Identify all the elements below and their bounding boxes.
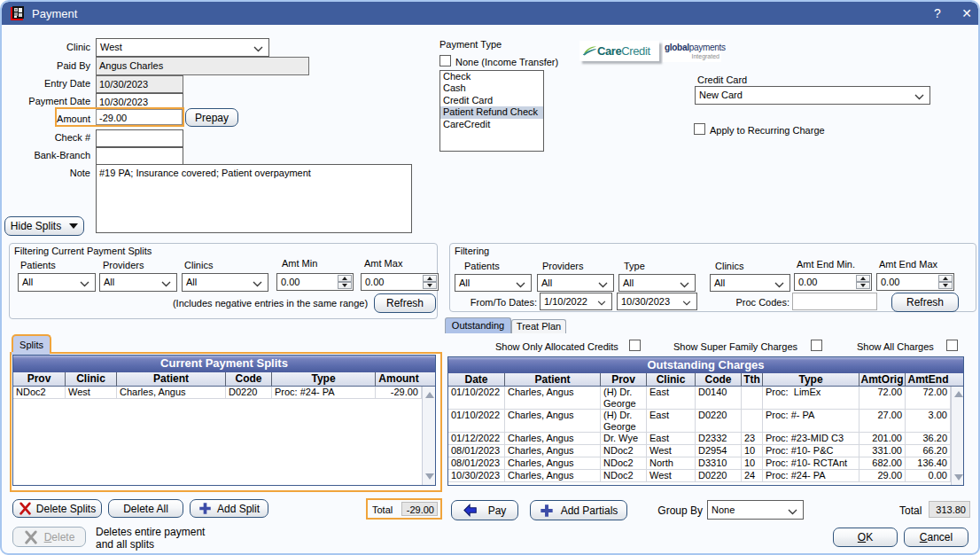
spinner-buttons[interactable] — [938, 275, 953, 289]
ok-button[interactable]: OK — [833, 528, 898, 547]
credit-card-select[interactable]: New Card — [695, 86, 930, 105]
fo-providers-select[interactable]: All — [537, 274, 614, 292]
payment-type-option-selected[interactable]: Patient Refund Check — [440, 106, 543, 118]
outstanding-grid-row[interactable]: 01/12/2022Charles, AngusDr. WyeEastD2332… — [448, 433, 951, 445]
check-num-field[interactable] — [96, 129, 183, 147]
tab-outstanding[interactable]: Outstanding — [445, 317, 511, 333]
fs-clinics-select[interactable]: All — [182, 273, 268, 292]
outstanding-grid-row[interactable]: 10/30/2023Charles, AngusNDoc2WestD022024… — [448, 470, 951, 482]
spin-up-icon[interactable] — [423, 275, 437, 282]
title-bar: Payment ? ✕ — [2, 2, 978, 25]
show-allocated-checkbox[interactable] — [629, 340, 641, 351]
tab-treat-plan[interactable]: Treat Plan — [511, 319, 566, 333]
spinner-buttons[interactable] — [856, 275, 870, 289]
add-split-button[interactable]: Add Split — [190, 499, 268, 518]
cell-prov: (H) Dr. George — [601, 387, 647, 409]
credit-card-value: New Card — [699, 90, 743, 100]
tab-splits[interactable]: Splits — [12, 334, 51, 354]
delete-payment-button[interactable]: Delete — [12, 527, 86, 547]
scroll-up-icon[interactable] — [425, 392, 434, 398]
cell-date: 08/01/2023 — [448, 457, 505, 469]
none-income-transfer-checkbox[interactable] — [439, 55, 451, 66]
cancel-button[interactable]: Cancel — [904, 528, 968, 547]
spin-up-icon[interactable] — [856, 275, 870, 282]
bank-branch-field[interactable] — [96, 147, 183, 165]
cell-clinic: West — [647, 445, 696, 457]
spin-down-icon[interactable] — [938, 282, 953, 289]
payment-type-listbox[interactable]: Check Cash Credit Card Patient Refund Ch… — [439, 70, 544, 152]
fo-type-select[interactable]: All — [618, 274, 696, 292]
outstanding-grid-row[interactable]: 01/10/2022Charles, Angus(H) Dr. GeorgeEa… — [448, 410, 951, 433]
fs-amt-max-spinner[interactable]: 0.00 — [361, 273, 439, 291]
splits-grid-scrollbar[interactable] — [422, 387, 436, 485]
prepay-button[interactable]: Prepay — [185, 108, 238, 127]
fo-proc-codes-field[interactable] — [792, 293, 877, 310]
payment-type-option[interactable]: CareCredit — [440, 119, 543, 130]
fo-amt-end-min-spinner[interactable]: 0.00 — [794, 273, 872, 291]
fo-patients-select[interactable]: All — [455, 274, 532, 292]
amount-field[interactable]: -29.00 — [96, 109, 183, 125]
scroll-down-icon[interactable] — [425, 473, 434, 480]
fo-amt-end-max-spinner[interactable]: 0.00 — [876, 273, 954, 291]
bank-branch-label: Bank-Branch — [7, 150, 90, 160]
spin-down-icon[interactable] — [423, 282, 437, 289]
cell-date: 01/10/2022 — [448, 387, 505, 409]
show-all-charges-checkbox[interactable] — [946, 340, 958, 351]
splits-grid-row[interactable]: NDoc2 West Charles, Angus D0220 Proc: #2… — [13, 387, 422, 399]
scroll-down-icon[interactable] — [954, 474, 963, 481]
fs-refresh-button[interactable]: Refresh — [374, 293, 436, 313]
spinner-buttons[interactable] — [338, 275, 352, 289]
add-partials-button[interactable]: Add Partials — [530, 500, 627, 520]
payment-type-option[interactable]: Check — [440, 71, 543, 82]
delete-all-button[interactable]: Delete All — [108, 499, 183, 518]
chevron-down-icon — [788, 509, 797, 515]
fs-amt-min-spinner[interactable]: 0.00 — [276, 273, 354, 291]
show-super-family-checkbox[interactable] — [811, 340, 822, 351]
pay-button[interactable]: Pay — [451, 500, 518, 520]
col-header: AmtEnd — [906, 373, 951, 386]
delete-splits-button[interactable]: Delete Splits — [12, 499, 102, 518]
chevron-down-icon — [914, 94, 924, 100]
fs-providers-select[interactable]: All — [99, 273, 177, 292]
note-label: Note — [7, 168, 90, 178]
splits-grid: Current Payment Splits Prov Clinic Patie… — [12, 355, 436, 486]
col-header: Prov — [13, 372, 66, 386]
outstanding-grid-row[interactable]: 08/01/2023Charles, AngusNDoc2WestD295410… — [448, 445, 951, 457]
fo-date-to-select[interactable]: 10/30/2023 — [617, 293, 697, 310]
spinner-buttons[interactable] — [423, 275, 437, 289]
group-by-select[interactable]: None — [707, 500, 804, 520]
outstanding-total-value: 313.80 — [929, 501, 970, 518]
outstanding-grid-row[interactable]: 01/10/2022Charles, Angus(H) Dr. GeorgeEa… — [448, 387, 951, 410]
cell-amtorig: 201.00 — [859, 433, 906, 444]
close-button[interactable]: ✕ — [956, 4, 977, 22]
cell-amtend: 3.00 — [906, 410, 951, 432]
splits-grid-header: Prov Clinic Patient Code Type Amount — [13, 372, 435, 387]
spin-down-icon[interactable] — [338, 282, 352, 289]
cell-prov: NDoc2 — [601, 445, 647, 457]
cell-amount: -29.00 — [376, 387, 422, 398]
payment-type-option[interactable]: Credit Card — [440, 95, 543, 106]
apply-recurring-checkbox[interactable] — [694, 123, 705, 135]
fo-clinics-select[interactable]: All — [710, 274, 790, 292]
fo-refresh-button[interactable]: Refresh — [891, 293, 959, 312]
payment-type-option[interactable]: Cash — [440, 82, 543, 94]
outstanding-grid-scrollbar[interactable] — [951, 387, 964, 485]
hide-splits-button[interactable]: Hide Splits — [4, 216, 84, 236]
cell-amtend: 66.20 — [906, 445, 951, 457]
cell-tth: 10 — [742, 445, 763, 457]
spin-down-icon[interactable] — [856, 282, 870, 289]
spin-up-icon[interactable] — [338, 275, 352, 282]
fs-patients-select[interactable]: All — [18, 273, 96, 292]
spin-up-icon[interactable] — [938, 275, 953, 282]
outstanding-grid-row[interactable]: 08/01/2023Charles, AngusNDoc2NorthD33101… — [448, 457, 951, 470]
add-partials-label: Add Partials — [561, 504, 618, 517]
clinic-select[interactable]: West — [96, 38, 269, 57]
cell-type: Proc: LimEx — [763, 387, 859, 409]
note-field[interactable]: #19 PA; Insurance covered; Patient overp… — [96, 164, 412, 233]
cell-clinic: East — [647, 410, 696, 432]
scroll-up-icon[interactable] — [954, 391, 963, 397]
paid-by-field: Angus Charles — [96, 57, 309, 75]
fo-date-from-select[interactable]: 1/10/2022 — [540, 293, 612, 310]
help-button[interactable]: ? — [927, 4, 948, 22]
cell-amtorig: 331.00 — [859, 445, 906, 457]
